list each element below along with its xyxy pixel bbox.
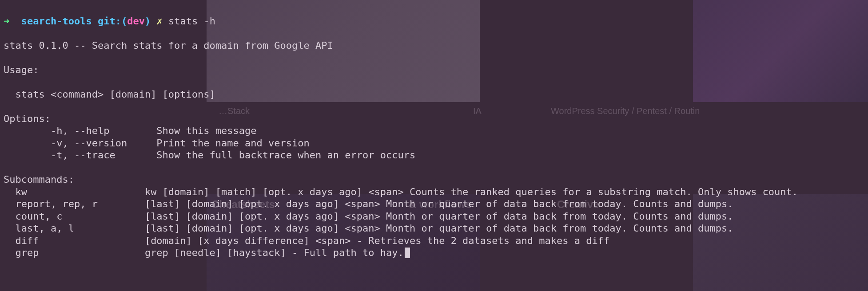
output-subcommand-report: report, rep, r [last] [domain] [opt. x d… (4, 198, 733, 209)
output-subcommand-count: count, c [last] [domain] [opt. x days ag… (4, 211, 733, 222)
prompt-line: ➜ search-tools git:(dev) ✗ stats -h (4, 15, 864, 28)
terminal-output[interactable]: ➜ search-tools git:(dev) ✗ stats -h stat… (0, 0, 868, 262)
output-usage-line: stats <command> [domain] [options] (4, 89, 215, 100)
cursor-icon (405, 248, 410, 258)
prompt-paren-close: ) (145, 16, 151, 27)
output-subcommands-label: Subcommands: (4, 174, 74, 185)
prompt-dirty-icon: ✗ (156, 16, 162, 27)
output-subcommand-last: last, a, l [last] [domain] [opt. x days … (4, 223, 733, 234)
prompt-paren-open: ( (121, 16, 127, 27)
output-subcommand-kw: kw kw [domain] [match] [opt. x days ago]… (4, 186, 798, 197)
prompt-directory: search-tools (21, 16, 92, 27)
output-option-help: -h, --help Show this message (4, 125, 257, 136)
output-usage-label: Usage: (4, 64, 39, 75)
prompt-command: stats -h (168, 16, 215, 27)
output-subcommand-diff: diff [domain] [x days difference] <span>… (4, 235, 609, 246)
prompt-git-label: git: (98, 16, 121, 27)
output-option-trace: -t, --trace Show the full backtrace when… (4, 149, 415, 161)
output-subcommand-grep: grep grep [needle] [haystack] - Full pat… (4, 247, 404, 258)
output-header: stats 0.1.0 -- Search stats for a domain… (4, 40, 333, 51)
output-options-label: Options: (4, 113, 51, 124)
output-option-version: -v, --version Print the name and version (4, 138, 310, 149)
prompt-arrow-icon: ➜ (4, 16, 9, 27)
prompt-branch: dev (127, 16, 145, 27)
